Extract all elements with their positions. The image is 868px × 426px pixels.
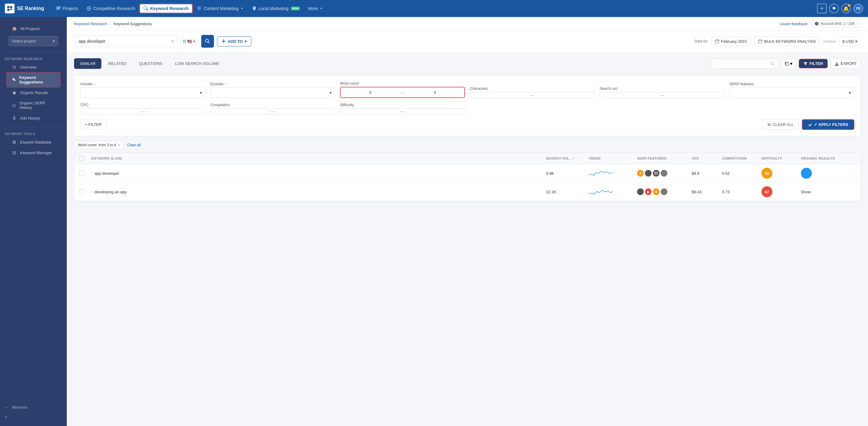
svg-rect-3 bbox=[10, 9, 12, 10]
difficulty-to[interactable] bbox=[405, 109, 465, 114]
cpc-range: — bbox=[81, 108, 206, 114]
nav-item-keyword-research[interactable]: Keyword Research bbox=[140, 4, 192, 13]
currency-selector[interactable]: $ USD ▾ bbox=[839, 37, 861, 46]
filter-tag-close[interactable]: × bbox=[118, 142, 120, 148]
filter-characters: Characters: — bbox=[470, 87, 595, 98]
notification-button[interactable]: 🔔 bbox=[841, 4, 851, 13]
serp-icon-lines-1 bbox=[645, 170, 652, 176]
expand-icon-1[interactable]: › bbox=[91, 171, 93, 175]
tab-questions[interactable]: QUESTIONS bbox=[133, 58, 168, 69]
serp-features-dropdown-icon: ▾ bbox=[849, 90, 851, 95]
clear-all-filters-link[interactable]: Clear all bbox=[127, 143, 141, 147]
add-to-dropdown-icon: ▾ bbox=[245, 39, 247, 44]
exclude-info-icon[interactable]: i bbox=[225, 82, 226, 86]
currency-group: Currency: $ USD ▾ bbox=[824, 37, 861, 46]
keywords-table: KEYWORD (6,345) SEARCH VOL. ▼ TREND SERP… bbox=[74, 153, 861, 201]
difficulty-range: — bbox=[340, 108, 465, 114]
difficulty-from[interactable] bbox=[340, 109, 400, 114]
search-vol-from[interactable] bbox=[600, 92, 659, 98]
include-select[interactable]: ▾ bbox=[81, 87, 206, 98]
word-count-to[interactable]: 4 bbox=[405, 87, 464, 97]
sidebar-item-ads-history[interactable]: $ Ads History bbox=[7, 113, 60, 123]
add-to-button[interactable]: ADD TO ▾ bbox=[217, 36, 251, 46]
filter-panel: Include: i ▾ Exclude: i bbox=[74, 75, 861, 136]
project-select[interactable]: Select project ▾ bbox=[8, 36, 58, 46]
apply-filters-button[interactable]: ✓ APPLY FILTERS bbox=[802, 119, 854, 130]
filter-actions-row: + FILTER CLEAR ALL ✓ APPLY FILTERS bbox=[81, 119, 854, 130]
filter-include: Include: i ▾ bbox=[81, 82, 206, 98]
sidebar-item-overview[interactable]: ⊡ Overview bbox=[7, 62, 60, 72]
nav-item-more[interactable]: More bbox=[305, 4, 327, 13]
breadcrumb-keyword-suggestions: Keyword Suggestions bbox=[114, 22, 152, 26]
export-button[interactable]: EXPORT bbox=[831, 59, 861, 68]
active-filter-tag: Word count: from 3 to 4 × bbox=[74, 141, 124, 149]
td-checkbox-1 bbox=[79, 171, 91, 176]
arrow-left-icon: ← bbox=[5, 405, 9, 409]
row-checkbox-2[interactable] bbox=[79, 189, 84, 194]
td-difficulty-2: 67 bbox=[762, 186, 801, 197]
exclude-select[interactable]: ▾ bbox=[210, 87, 335, 98]
date-selector[interactable]: February 2023 bbox=[711, 37, 751, 46]
keyword-manager-icon: ⊟ bbox=[11, 150, 17, 155]
sidebar-item-expand-database[interactable]: ⊞ Expand Database bbox=[7, 137, 60, 147]
nav-item-content-marketing[interactable]: Content Marketing bbox=[193, 4, 247, 13]
serp-icon-star-2: ★ bbox=[653, 189, 659, 195]
expand-icon-2[interactable]: › bbox=[91, 190, 93, 194]
breadcrumb-keyword-research[interactable]: Keyword Research bbox=[74, 22, 107, 26]
word-count-from[interactable]: 3 bbox=[341, 87, 400, 97]
sidebar-item-keyword-suggestions[interactable]: ✎ Keyword Suggestions bbox=[7, 72, 60, 87]
breadcrumb-bar: Keyword Research › Keyword Suggestions L… bbox=[67, 17, 868, 31]
show-organic-results-1[interactable] bbox=[801, 168, 812, 179]
sidebar-item-organic-results[interactable]: ◉ Organic Results bbox=[7, 87, 60, 98]
sidebar-minimize[interactable]: ← Minimize bbox=[0, 402, 67, 412]
filter-serp-features: SERP features: ▾ bbox=[729, 82, 854, 98]
tab-related[interactable]: RELATED bbox=[102, 58, 132, 69]
include-info-icon[interactable]: i bbox=[94, 82, 95, 86]
sidebar-item-organic-serp-history[interactable]: ◷ Organic SERP History bbox=[7, 98, 60, 112]
keyword-search-input[interactable] bbox=[78, 36, 169, 47]
clear-all-button[interactable]: CLEAR ALL bbox=[762, 119, 799, 130]
cpc-to[interactable] bbox=[146, 109, 205, 114]
nav-item-local-marketing[interactable]: Local Marketing NEW bbox=[248, 4, 304, 13]
row-checkbox-1[interactable] bbox=[79, 171, 84, 176]
tab-low-search-volume[interactable]: LOW SEARCH VOLUME bbox=[169, 58, 225, 69]
logo[interactable]: SE Ranking bbox=[5, 4, 44, 13]
sidebar-item-all-projects[interactable]: 🏠 All Projects bbox=[7, 23, 60, 34]
serp-icon-more-2: ··· bbox=[661, 189, 668, 195]
td-trend-2 bbox=[588, 187, 637, 196]
copy-button[interactable]: ▾ bbox=[781, 58, 796, 69]
add-filter-button[interactable]: + FILTER bbox=[81, 120, 106, 130]
flag-button[interactable]: ⚑ bbox=[829, 4, 839, 13]
td-search-vol-1: 9.9K bbox=[546, 171, 588, 176]
competition-from[interactable] bbox=[211, 109, 270, 114]
characters-from[interactable] bbox=[470, 92, 530, 98]
sort-icon-search-vol: ▼ bbox=[571, 157, 575, 160]
competition-to[interactable] bbox=[276, 109, 335, 114]
bulk-keyword-analysis-button[interactable]: BULK KEYWORD ANALYSIS bbox=[754, 37, 820, 46]
add-button[interactable]: + bbox=[817, 4, 827, 13]
select-all-checkbox[interactable] bbox=[79, 156, 84, 161]
user-avatar[interactable]: YK bbox=[854, 4, 863, 13]
td-search-vol-2: 12.1K bbox=[546, 190, 588, 194]
expand-db-icon: ⊞ bbox=[11, 139, 17, 144]
characters-to[interactable] bbox=[535, 92, 594, 98]
cpc-from[interactable] bbox=[81, 109, 140, 114]
search-button[interactable] bbox=[201, 35, 214, 47]
filter-button[interactable]: FILTER bbox=[799, 59, 828, 68]
th-search-vol[interactable]: SEARCH VOL. ▼ bbox=[546, 156, 588, 161]
th-trend: TREND bbox=[588, 156, 637, 161]
sidebar-help[interactable]: ? bbox=[0, 412, 67, 422]
table-search-input[interactable] bbox=[715, 59, 769, 68]
filter-search-vol: Search vol.: — bbox=[600, 87, 725, 98]
difficulty-badge-2: 67 bbox=[762, 186, 772, 197]
nav-item-competitive-research[interactable]: Competitive Research bbox=[83, 4, 139, 13]
tab-similar[interactable]: SIMILAR bbox=[74, 58, 101, 69]
google-country-selector[interactable]: G 🇺🇸 ▾ bbox=[180, 39, 198, 44]
search-vol-to[interactable] bbox=[665, 92, 724, 98]
sidebar-item-keyword-manager[interactable]: ⊟ Keyword Manager bbox=[7, 148, 60, 158]
search-clear-btn[interactable]: × bbox=[171, 38, 174, 44]
leave-feedback-link[interactable]: Leave feedback bbox=[780, 22, 808, 26]
serp-features-select[interactable]: ▾ bbox=[729, 87, 854, 98]
svg-point-6 bbox=[206, 39, 209, 42]
nav-item-projects[interactable]: Projects bbox=[53, 4, 82, 13]
